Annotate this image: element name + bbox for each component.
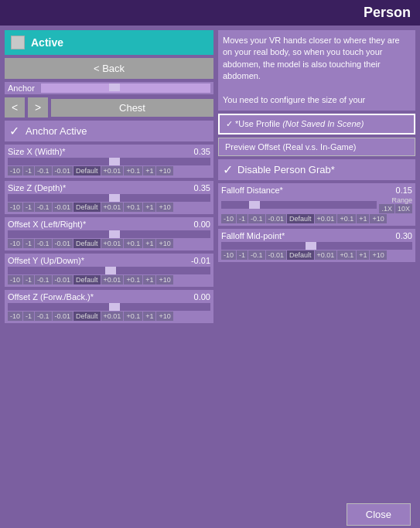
param-offset-z-slider[interactable] <box>8 303 210 311</box>
step-btn[interactable]: -0.01 <box>53 203 73 212</box>
param-size-z-slider[interactable] <box>8 194 210 202</box>
step-btn[interactable]: +1 <box>143 275 155 284</box>
step-btn[interactable]: +10 <box>156 239 172 248</box>
use-profile-label: *Use Profile (Not Saved In Scene) <box>235 119 364 128</box>
step-default-btn[interactable]: Default <box>73 166 101 175</box>
step-btn[interactable]: -0.1 <box>35 166 52 175</box>
param-offset-y-label: Offset Y (Up/Down)* <box>8 256 84 265</box>
step-btn[interactable]: +10 <box>370 214 386 223</box>
step-btn[interactable]: -10 <box>8 239 22 248</box>
nav-left-button[interactable]: < <box>5 97 25 118</box>
step-btn[interactable]: +10 <box>156 275 172 284</box>
step-default-btn[interactable]: Default <box>73 203 101 212</box>
anchor-row: Anchor <box>5 82 213 94</box>
anchor-nav-row: < > Chest <box>5 97 213 118</box>
step-btn[interactable]: -1 <box>237 214 248 223</box>
close-button[interactable]: Close <box>347 503 411 526</box>
step-default-btn[interactable]: Default <box>73 239 101 248</box>
step-btn[interactable]: +0.1 <box>124 239 142 248</box>
param-offset-x-steps: -10 -1 -0.1 -0.01 Default +0.01 +0.1 +1 … <box>8 239 210 248</box>
step-btn[interactable]: +0.1 <box>124 203 142 212</box>
step-btn[interactable]: -1 <box>23 312 34 321</box>
disable-grab-label: Disable Person Grab* <box>237 164 335 175</box>
back-button[interactable]: < Back <box>5 58 213 79</box>
step-btn[interactable]: +10 <box>156 312 172 321</box>
step-btn[interactable]: -1 <box>23 166 34 175</box>
step-btn[interactable]: -10 <box>8 203 22 212</box>
active-label: Active <box>31 36 63 49</box>
step-btn[interactable]: +0.01 <box>101 166 124 175</box>
preview-offset-label: Preview Offset (Real v.s. In-Game) <box>225 142 357 152</box>
step-btn[interactable]: -0.1 <box>248 250 265 260</box>
param-offset-z: Offset Z (Forw./Back.)* 0.00 -10 -1 -0.1… <box>5 290 213 323</box>
param-falloff-midpoint-slider[interactable] <box>221 242 412 250</box>
step-btn[interactable]: +1 <box>143 239 155 248</box>
step-btn[interactable]: -0.1 <box>35 312 52 321</box>
step-btn[interactable]: -0.01 <box>53 312 73 321</box>
step-btn[interactable]: -0.1 <box>35 239 52 248</box>
step-btn[interactable]: +0.01 <box>101 203 124 212</box>
step-btn[interactable]: +0.1 <box>337 250 356 260</box>
step-btn[interactable]: -0.1 <box>35 275 52 284</box>
step-default-btn[interactable]: Default <box>287 250 314 260</box>
step-btn[interactable]: -1 <box>23 239 34 248</box>
title-bar: Person <box>0 0 420 26</box>
step-btn[interactable]: +0.01 <box>101 275 124 284</box>
nav-right-button[interactable]: > <box>28 97 48 118</box>
step-btn[interactable]: +10 <box>156 203 172 212</box>
preview-offset-button[interactable]: Preview Offset (Real v.s. In-Game) <box>218 138 415 156</box>
step-btn[interactable]: -0.01 <box>266 250 287 260</box>
anchor-slider[interactable] <box>41 83 210 93</box>
step-btn[interactable]: +0.01 <box>315 250 337 260</box>
param-offset-x-slider[interactable] <box>8 230 210 238</box>
step-btn[interactable]: +1 <box>357 214 369 223</box>
step-btn[interactable]: -0.01 <box>266 214 287 223</box>
step-btn[interactable]: +0.1 <box>124 166 142 175</box>
description-box: Moves your VR hands closer to where they… <box>218 30 415 111</box>
param-offset-x-label: Offset X (Left/Right)* <box>8 220 86 229</box>
step-btn[interactable]: +0.1 <box>337 214 356 223</box>
use-profile-button[interactable]: ✓ *Use Profile (Not Saved In Scene) <box>218 114 415 135</box>
step-btn[interactable]: -0.01 <box>53 239 73 248</box>
step-btn[interactable]: -10 <box>8 166 22 175</box>
step-btn[interactable]: -1 <box>237 250 248 260</box>
anchor-label: Anchor <box>8 83 35 93</box>
step-btn[interactable]: -1 <box>23 203 34 212</box>
step-btn[interactable]: +1 <box>143 166 155 175</box>
param-size-x-slider[interactable] <box>8 158 210 165</box>
active-checkbox[interactable] <box>11 36 25 49</box>
anchor-active-checkmark[interactable]: ✓ <box>9 124 19 138</box>
step-btn[interactable]: -0.01 <box>53 275 73 284</box>
step-btn[interactable]: -0.1 <box>248 214 265 223</box>
step-btn[interactable]: +1 <box>143 203 155 212</box>
param-falloff-distance-slider[interactable] <box>221 201 377 209</box>
step-btn[interactable]: -0.01 <box>53 166 73 175</box>
step-default-btn[interactable]: Default <box>73 312 101 321</box>
step-btn[interactable]: +10 <box>370 250 386 260</box>
step-btn[interactable]: +0.01 <box>101 312 124 321</box>
step-btn[interactable]: +10 <box>156 166 172 175</box>
disable-grab-checkmark[interactable]: ✓ <box>223 162 233 177</box>
step-btn[interactable]: +0.01 <box>101 239 124 248</box>
step-btn[interactable]: -10 <box>221 250 236 260</box>
step-btn[interactable]: -0.1 <box>35 203 52 212</box>
step-btn[interactable]: +0.1 <box>124 275 142 284</box>
param-offset-y-value: -0.01 <box>191 256 210 265</box>
step-btn[interactable]: -10 <box>8 312 22 321</box>
step-btn[interactable]: -1 <box>23 275 34 284</box>
step-btn[interactable]: +1 <box>357 250 369 260</box>
step-default-btn[interactable]: Default <box>287 214 314 223</box>
step-btn[interactable]: -10 <box>8 275 22 284</box>
page-title: Person <box>364 5 411 20</box>
step-btn[interactable]: -10 <box>221 214 236 223</box>
range-10x-button[interactable]: 10X <box>395 204 412 213</box>
step-default-btn[interactable]: Default <box>73 275 101 284</box>
step-btn[interactable]: +0.1 <box>124 312 142 321</box>
param-falloff-midpoint-steps: -10 -1 -0.1 -0.01 Default +0.01 +0.1 +1 … <box>221 250 412 260</box>
param-size-x-value: 0.35 <box>194 147 210 156</box>
range-01x-button[interactable]: .1X <box>379 204 394 213</box>
param-offset-x-value: 0.00 <box>194 220 210 229</box>
param-offset-y-slider[interactable] <box>8 267 210 274</box>
step-btn[interactable]: +0.01 <box>315 214 337 223</box>
step-btn[interactable]: +1 <box>143 312 155 321</box>
